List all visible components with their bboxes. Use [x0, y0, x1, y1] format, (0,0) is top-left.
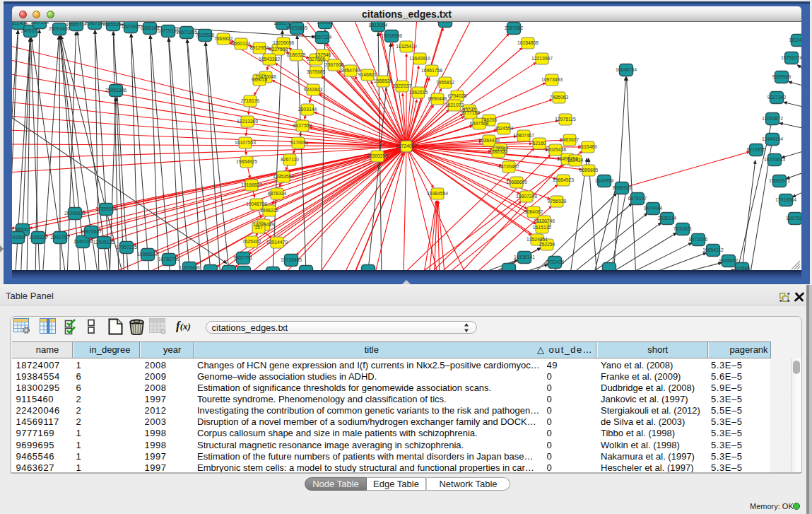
svg-text:210653: 210653 [317, 22, 334, 25]
svg-text:13353594: 13353594 [273, 174, 294, 179]
svg-text:7663822: 7663822 [214, 36, 233, 41]
svg-text:9777169: 9777169 [461, 110, 481, 115]
svg-text:9457791: 9457791 [234, 255, 253, 260]
svg-text:1145194: 1145194 [73, 239, 92, 244]
svg-text:20364436: 20364436 [478, 138, 500, 143]
svg-text:13524851: 13524851 [526, 237, 548, 242]
svg-text:6966160: 6966160 [141, 25, 160, 30]
svg-text:19218506: 19218506 [381, 33, 402, 38]
svg-text:12975115: 12975115 [555, 117, 576, 122]
svg-text:8813054: 8813054 [369, 23, 388, 28]
svg-text:8912954: 8912954 [250, 45, 269, 50]
svg-text:13640910: 13640910 [409, 56, 430, 61]
svg-text:3624554: 3624554 [495, 126, 514, 131]
svg-text:9227342: 9227342 [767, 95, 787, 100]
svg-text:17016504: 17016504 [775, 197, 796, 202]
svg-text:7485063: 7485063 [550, 95, 569, 100]
svg-text:9115460: 9115460 [579, 144, 597, 149]
svg-text:1621072: 1621072 [445, 103, 464, 107]
svg-text:16961758: 16961758 [421, 68, 442, 73]
svg-text:14136141: 14136141 [514, 255, 535, 259]
svg-text:10914479: 10914479 [266, 240, 288, 245]
svg-text:10654112: 10654112 [702, 247, 724, 252]
svg-text:9327506: 9327506 [307, 57, 326, 62]
svg-text:19384554: 19384554 [427, 191, 448, 196]
svg-text:8215955: 8215955 [747, 147, 766, 152]
svg-text:6794028: 6794028 [448, 93, 467, 98]
svg-text:12444154: 12444154 [762, 136, 783, 141]
svg-text:8938923: 8938923 [613, 185, 632, 190]
svg-text:10688609: 10688609 [506, 180, 527, 185]
svg-text:16782759: 16782759 [158, 257, 180, 262]
svg-text:11923466: 11923466 [179, 265, 200, 270]
svg-text:132546: 132546 [315, 52, 331, 57]
svg-text:7357224: 7357224 [313, 35, 332, 40]
svg-text:8322037: 8322037 [393, 83, 412, 88]
svg-text:10973493: 10973493 [541, 77, 563, 82]
svg-text:7955812: 7955812 [436, 80, 455, 85]
svg-text:9660124: 9660124 [232, 41, 251, 46]
svg-text:18807249: 18807249 [516, 194, 537, 199]
svg-text:2942757: 2942757 [51, 235, 70, 240]
svg-text:9327503: 9327503 [269, 47, 288, 52]
svg-text:15751074: 15751074 [781, 55, 801, 60]
svg-text:19166827: 19166827 [241, 182, 262, 187]
svg-text:16120746: 16120746 [534, 218, 555, 223]
svg-text:7386322: 7386322 [489, 149, 508, 154]
svg-text:20091406: 20091406 [49, 26, 70, 31]
svg-text:16671355: 16671355 [176, 30, 197, 35]
svg-text:1156829: 1156829 [29, 235, 47, 240]
svg-text:989018: 989018 [252, 77, 268, 82]
svg-text:93975687: 93975687 [81, 229, 102, 234]
svg-text:873197: 873197 [437, 22, 454, 23]
svg-text:29053346: 29053346 [105, 88, 126, 93]
svg-text:8471676: 8471676 [689, 237, 708, 242]
svg-text:2367608: 2367608 [325, 62, 344, 67]
svg-text:10958117: 10958117 [137, 252, 158, 257]
svg-text:10046786: 10046786 [246, 201, 267, 206]
svg-text:2405572: 2405572 [21, 28, 40, 33]
svg-text:991594: 991594 [12, 235, 26, 240]
svg-text:9146821: 9146821 [358, 72, 377, 77]
svg-text:9242843: 9242843 [304, 87, 323, 92]
svg-text:8454749: 8454749 [341, 68, 360, 73]
svg-text:10655267: 10655267 [102, 22, 124, 27]
svg-text:8990448: 8990448 [428, 96, 447, 101]
svg-text:15720407: 15720407 [498, 164, 519, 169]
svg-text:12505135: 12505135 [93, 240, 114, 245]
svg-text:25300295: 25300295 [367, 153, 388, 158]
svg-text:2718176: 2718176 [241, 98, 260, 103]
svg-text:16154808: 16154808 [517, 40, 539, 45]
svg-text:8878334: 8878334 [268, 191, 287, 196]
svg-text:8186328: 8186328 [287, 52, 306, 57]
svg-text:9463627: 9463627 [560, 137, 579, 142]
svg-text:15716485: 15716485 [281, 257, 302, 262]
svg-text:18724007: 18724007 [396, 144, 417, 148]
svg-text:13226058: 13226058 [273, 40, 294, 45]
svg-text:20206533: 20206533 [64, 211, 86, 216]
svg-text:62160: 62160 [533, 141, 546, 146]
svg-text:7515526: 7515526 [196, 33, 215, 37]
svg-text:11325419: 11325419 [396, 44, 417, 49]
svg-text:16648784: 16648784 [616, 67, 637, 72]
svg-text:9329966: 9329966 [772, 74, 792, 79]
svg-text:8427552: 8427552 [293, 123, 312, 128]
svg-text:10025438: 10025438 [545, 147, 566, 152]
svg-text:9811404: 9811404 [12, 22, 28, 25]
svg-text:1362615: 1362615 [409, 90, 428, 95]
svg-text:16210643: 16210643 [764, 157, 785, 162]
svg-text:9300124: 9300124 [12, 227, 13, 232]
svg-text:2087682: 2087682 [505, 25, 524, 30]
svg-text:3675685: 3675685 [307, 69, 326, 74]
svg-text:1527602: 1527602 [122, 24, 141, 29]
svg-text:1112469: 1112469 [789, 37, 801, 42]
svg-text:15692971: 15692971 [769, 178, 790, 183]
svg-text:12093872: 12093872 [762, 116, 783, 121]
svg-text:12213369: 12213369 [237, 119, 258, 124]
svg-text:160434: 160434 [567, 158, 584, 163]
svg-text:17359924: 17359924 [95, 206, 117, 211]
svg-text:6497568: 6497568 [470, 121, 489, 126]
svg-text:1167533: 1167533 [786, 216, 801, 221]
svg-text:17957225: 17957225 [116, 245, 137, 250]
svg-text:19654925: 19654925 [236, 159, 257, 164]
